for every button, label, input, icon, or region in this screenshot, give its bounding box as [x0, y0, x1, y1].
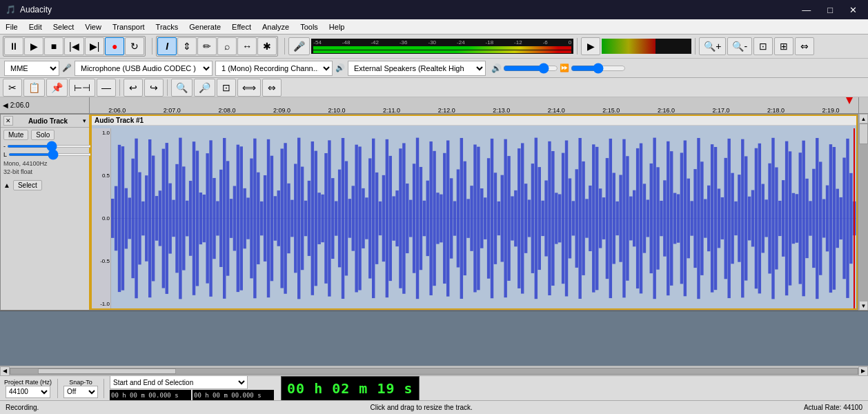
svg-rect-29	[206, 153, 208, 283]
svg-rect-137	[572, 201, 575, 235]
zoom-out-button[interactable]: 🔍-	[727, 37, 752, 55]
close-button[interactable]: ✕	[844, 3, 862, 17]
solo-button[interactable]: Solo	[31, 130, 55, 140]
menu-tools[interactable]: Tools	[295, 21, 324, 32]
ruler-mark-5: 2:11.0	[383, 107, 400, 113]
ruler-marks[interactable]: 2:06.0 2:07.0 2:08.0 2:09.0 2:10.0 2:11.…	[90, 97, 858, 113]
selection-mode-select[interactable]: Start and End of Selection	[110, 375, 248, 389]
track-close-button[interactable]: ✕	[3, 116, 13, 126]
silence-button[interactable]: —	[97, 79, 116, 97]
hscroll-right-arrow[interactable]: ▶	[858, 366, 868, 376]
time-end-input[interactable]	[193, 390, 274, 400]
menu-select[interactable]: Select	[48, 21, 80, 32]
waveform-canvas[interactable]	[111, 128, 856, 308]
track-name-row: ✕ Audio Track ▾	[1, 115, 89, 128]
zoom-in-button[interactable]: 🔍+	[699, 37, 726, 55]
collapse-icon[interactable]: ▲	[3, 181, 10, 189]
svg-rect-159	[647, 199, 649, 237]
pause-button[interactable]: ⏸	[4, 37, 23, 55]
bottom-sep2	[103, 379, 104, 398]
menu-transport[interactable]: Transport	[107, 21, 150, 32]
envelope-tool[interactable]: ⇕	[177, 37, 197, 55]
svg-rect-123	[524, 184, 527, 253]
menu-help[interactable]: Help	[324, 21, 351, 32]
undo-button[interactable]: ↩	[124, 79, 143, 97]
maximize-button[interactable]: □	[822, 3, 838, 17]
ruler-mark-3: 2:09.0	[273, 107, 290, 113]
svg-rect-73	[355, 145, 357, 293]
stop-button[interactable]: ■	[44, 37, 63, 55]
track-menu-arrow[interactable]: ▾	[83, 117, 86, 124]
vscroll-thumb[interactable]	[859, 124, 868, 144]
menu-tracks[interactable]: Tracks	[150, 21, 184, 32]
vscroll-up-arrow[interactable]: ▲	[859, 114, 868, 124]
speed-slider[interactable]	[571, 65, 626, 72]
gain-slider[interactable]	[7, 145, 96, 148]
menu-view[interactable]: View	[79, 21, 107, 32]
svg-rect-197	[775, 167, 778, 269]
svg-rect-162	[656, 167, 659, 269]
playback-play-button[interactable]: ▶	[581, 37, 600, 55]
device-row: MME 🎤 Microphone (USB Audio CODEC ) 1 (M…	[0, 59, 868, 78]
ruler-mark-11: 2:17.0	[712, 107, 729, 113]
svg-rect-201	[789, 151, 791, 285]
output-select[interactable]: External Speakers (Realtek High	[348, 61, 486, 76]
timeshift-tool[interactable]: ↔	[237, 37, 257, 55]
selection-tool[interactable]: I	[157, 37, 177, 55]
multi-tool[interactable]: ✱	[257, 37, 277, 55]
svg-rect-213	[829, 144, 832, 293]
zoom-sel-button[interactable]: ⊞	[774, 37, 793, 55]
channels-select[interactable]: 1 (Mono) Recording Chann...	[215, 61, 333, 76]
trim-button[interactable]: ⊢⊣	[69, 79, 95, 97]
microphone-select[interactable]: Microphone (USB Audio CODEC )	[75, 61, 213, 76]
zoom-toggle-button[interactable]: ⇔	[795, 37, 814, 55]
zoom-fit2-button[interactable]: ⊡	[217, 79, 236, 97]
skip-start-button[interactable]: |◀	[64, 37, 84, 55]
svg-rect-177	[707, 186, 710, 251]
record-button[interactable]: ●	[105, 37, 124, 55]
menu-analyze[interactable]: Analyze	[257, 21, 295, 32]
zoom-fit-button[interactable]: ⊡	[753, 37, 773, 55]
redo-button[interactable]: ↪	[144, 79, 164, 97]
zoom-toggle2-button[interactable]: ⇔	[262, 79, 282, 97]
zoom-out2-button[interactable]: 🔎	[194, 79, 215, 97]
draw-tool[interactable]: ✏	[197, 37, 217, 55]
toolbar-row1: ⏸ ▶ ■ |◀ ▶| ● ↻ I ⇕ ✏ ⌕ ↔ ✱ 🎤 -54-48-42-…	[0, 34, 868, 59]
svg-rect-191	[755, 148, 758, 289]
vscroll-down-arrow[interactable]: ▼	[859, 301, 868, 310]
svg-rect-216	[839, 197, 842, 239]
project-rate-select[interactable]: 44100	[6, 386, 50, 398]
skip-end-button[interactable]: ▶|	[85, 37, 105, 55]
waveform-area[interactable]: Audio Track #1 1.0 0.5 0.0 -0.5 -1.0	[90, 115, 858, 310]
svg-rect-125	[531, 164, 534, 273]
time-start-input[interactable]	[110, 390, 191, 400]
project-rate-label: Project Rate (Hz)	[4, 379, 52, 386]
host-select[interactable]: MME	[4, 61, 59, 76]
menu-generate[interactable]: Generate	[184, 21, 226, 32]
copy-button[interactable]: 📋	[23, 79, 45, 97]
hscroll-left-arrow[interactable]: ◀	[0, 366, 10, 376]
zoom-in2-button[interactable]: 🔍	[171, 79, 193, 97]
minimize-button[interactable]: —	[796, 3, 816, 17]
mute-button[interactable]: Mute	[3, 130, 28, 140]
pan-slider[interactable]	[8, 153, 97, 156]
svg-rect-95	[429, 141, 432, 295]
output-volume-slider[interactable]	[503, 65, 558, 72]
play-button[interactable]: ▶	[24, 37, 43, 55]
zoom-width-button[interactable]: ⟺	[237, 79, 261, 97]
svg-rect-1	[111, 199, 114, 238]
mic-enable-button[interactable]: 🎤	[288, 37, 310, 55]
menu-file[interactable]: File	[0, 21, 23, 32]
svg-rect-25	[193, 141, 195, 295]
select-track-button[interactable]: Select	[13, 180, 42, 190]
hscroll-thumb[interactable]	[38, 368, 176, 374]
menu-effect[interactable]: Effect	[226, 21, 257, 32]
zoom-tool[interactable]: ⌕	[217, 37, 237, 55]
cut-button[interactable]: ✂	[3, 79, 22, 97]
snap-select[interactable]: Off	[63, 386, 98, 398]
paste-button[interactable]: 📌	[46, 79, 68, 97]
toolbar-sep3	[577, 38, 578, 55]
menu-edit[interactable]: Edit	[23, 21, 48, 32]
loop-button[interactable]: ↻	[125, 37, 144, 55]
svg-rect-34	[223, 138, 226, 299]
